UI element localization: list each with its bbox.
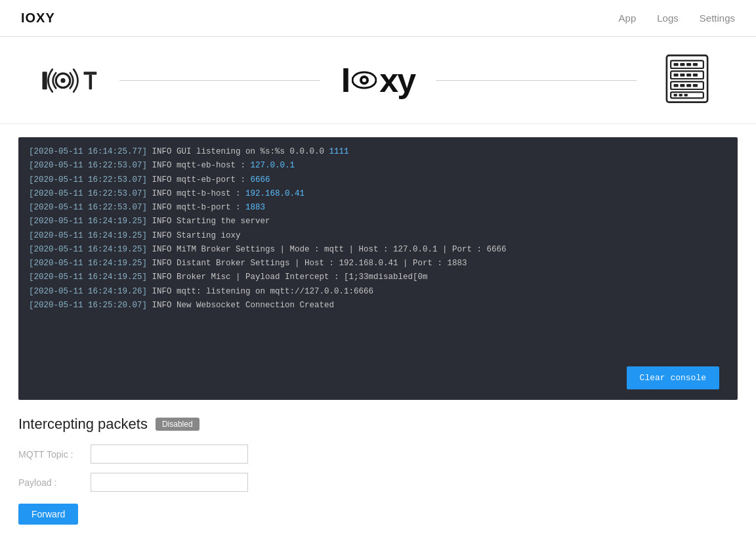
svg-rect-20 (674, 84, 679, 87)
svg-rect-0 (43, 72, 47, 89)
svg-rect-21 (680, 84, 684, 87)
log-line: [2020-05-11 16:22:53.07] INFO mqtt-eb-ho… (29, 159, 727, 173)
iot-icon (39, 53, 98, 108)
log-line: [2020-05-11 16:14:25.77] INFO GUI listen… (29, 145, 727, 159)
intercept-title-text: Intercepting packets (18, 416, 148, 433)
intercept-title: Intercepting packets Disabled (18, 416, 738, 433)
svg-rect-23 (693, 84, 698, 87)
intercept-section: Intercepting packets Disabled MQTT Topic… (18, 416, 738, 525)
hero-divider-right (436, 80, 637, 81)
hero-logo: I xy (341, 60, 415, 100)
svg-rect-3 (84, 72, 97, 75)
log-line: [2020-05-11 16:24:19.25] INFO Starting t… (29, 215, 727, 229)
header-logo: IOXY (21, 11, 55, 26)
log-line: [2020-05-11 16:25:20.07] INFO New Websoc… (29, 299, 727, 313)
mqtt-topic-row: MQTT Topic : (18, 445, 738, 464)
svg-point-7 (362, 78, 366, 82)
svg-rect-12 (686, 63, 691, 66)
console-section: [2020-05-11 16:14:25.77] INFO GUI listen… (18, 137, 738, 400)
svg-rect-22 (686, 84, 691, 87)
log-line: [2020-05-11 16:22:53.07] INFO mqtt-b-hos… (29, 187, 727, 201)
svg-rect-18 (693, 74, 698, 76)
svg-rect-25 (674, 94, 677, 97)
log-line: [2020-05-11 16:22:53.07] INFO mqtt-b-por… (29, 201, 727, 215)
header-nav: App Logs Settings (619, 12, 735, 24)
mqtt-topic-label: MQTT Topic : (18, 449, 91, 460)
hero-banner: I xy (0, 37, 756, 124)
svg-point-2 (60, 78, 65, 83)
log-line: [2020-05-11 16:24:19.26] INFO mqtt: list… (29, 285, 727, 299)
disabled-badge: Disabled (156, 418, 200, 431)
payload-input[interactable] (91, 473, 248, 492)
clear-console-button[interactable]: Clear console (627, 366, 719, 389)
nav-settings[interactable]: Settings (700, 12, 735, 24)
svg-rect-11 (680, 63, 684, 66)
svg-rect-13 (693, 63, 698, 66)
svg-rect-4 (89, 75, 93, 90)
nav-logs[interactable]: Logs (657, 12, 679, 24)
svg-rect-10 (674, 63, 679, 66)
log-line: [2020-05-11 16:22:53.07] INFO mqtt-eb-po… (29, 173, 727, 187)
log-line: [2020-05-11 16:24:19.25] INFO MiTM Broke… (29, 243, 727, 257)
payload-label: Payload : (18, 477, 91, 488)
svg-rect-16 (680, 74, 684, 76)
log-line: [2020-05-11 16:24:19.25] INFO Broker Mis… (29, 271, 727, 284)
forward-button[interactable]: Forward (18, 504, 78, 525)
log-line: [2020-05-11 16:24:19.25] INFO Starting i… (29, 229, 727, 243)
mqtt-topic-input[interactable] (91, 445, 248, 464)
svg-rect-26 (679, 94, 682, 97)
hero-divider-left (119, 80, 320, 81)
payload-row: Payload : (18, 473, 738, 492)
svg-rect-17 (686, 74, 691, 76)
header: IOXY App Logs Settings (0, 0, 756, 37)
server-icon (658, 53, 717, 108)
console-output[interactable]: [2020-05-11 16:14:25.77] INFO GUI listen… (18, 137, 738, 400)
svg-rect-15 (674, 74, 679, 76)
svg-rect-27 (684, 94, 688, 97)
eye-icon (352, 68, 377, 93)
log-line: [2020-05-11 16:24:19.25] INFO Distant Br… (29, 257, 727, 271)
nav-app[interactable]: App (619, 12, 637, 24)
